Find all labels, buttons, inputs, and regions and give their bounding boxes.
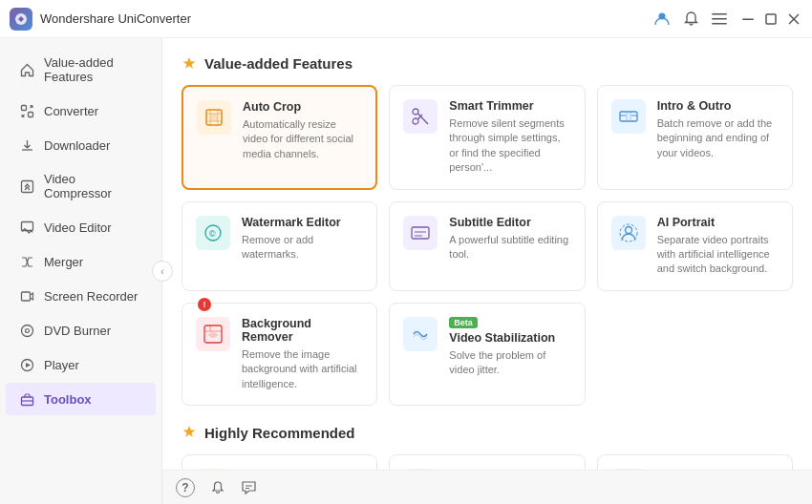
feature-card-video-stabilization[interactable]: Beta Video Stabilization Solve the probl… <box>389 303 585 406</box>
beta-badge: Beta <box>449 317 478 328</box>
toolbox-icon <box>19 391 34 407</box>
svg-point-21 <box>413 118 418 124</box>
sidebar-item-converter[interactable]: Converter <box>6 94 156 127</box>
recorder-icon <box>19 288 34 304</box>
ai-portrait-icon <box>611 216 646 250</box>
feature-card-intro-outro[interactable]: Intro & Outro Batch remove or add the be… <box>597 85 793 190</box>
intro-outro-desc: Batch remove or add the beginning and en… <box>657 116 779 160</box>
home-icon <box>19 62 34 77</box>
svg-rect-4 <box>712 23 727 25</box>
smart-trimmer-icon <box>403 99 438 134</box>
sidebar-compressor-label: Video Compressor <box>44 172 142 200</box>
sidebar-player-label: Player <box>44 358 79 372</box>
user-icon[interactable] <box>653 10 671 28</box>
sidebar-dvd-label: DVD Burner <box>44 324 111 338</box>
compressor-icon <box>19 178 34 194</box>
auto-crop-icon <box>197 100 231 135</box>
video-stabilization-icon <box>403 317 438 351</box>
auto-crop-desc: Automatically resize video for different… <box>243 117 362 161</box>
intro-outro-icon <box>611 99 646 134</box>
feature-card-smart-trimmer[interactable]: Smart Trimmer Remove silent segments thr… <box>389 85 585 190</box>
svg-rect-25 <box>412 227 429 239</box>
titlebar: Wondershare UniConverter <box>0 0 812 38</box>
highly-recommended-section-header: Highly Recommended <box>182 425 793 441</box>
auto-crop-text: Auto Crop Automatically resize video for… <box>243 100 362 161</box>
bottombar-bell-icon[interactable] <box>210 480 225 495</box>
svg-text:©: © <box>209 229 216 239</box>
menu-icon[interactable] <box>711 10 728 28</box>
value-added-grid: Auto Crop Automatically resize video for… <box>182 85 793 406</box>
intro-outro-text: Intro & Outro Batch remove or add the be… <box>657 99 779 160</box>
feedback-icon[interactable] <box>241 479 257 495</box>
svg-rect-13 <box>21 292 30 301</box>
sidebar-item-video-editor[interactable]: Video Editor <box>6 211 156 243</box>
watermark-icon: © <box>196 216 230 250</box>
smart-trimmer-title: Smart Trimmer <box>449 99 570 113</box>
minimize-button[interactable] <box>739 10 757 28</box>
sidebar-item-merger[interactable]: Merger <box>6 245 156 278</box>
feature-card-ai-portrait[interactable]: AI Portrait Separate video portraits wit… <box>597 201 793 291</box>
sidebar-item-video-compressor[interactable]: Video Compressor <box>6 163 156 209</box>
bg-remover-text: Background Remover Remove the image back… <box>242 317 363 391</box>
feature-card-watermark[interactable]: © Watermark Editor Remove or add waterma… <box>182 201 377 291</box>
bg-remover-title: Background Remover <box>242 317 363 344</box>
bg-remover-icon <box>196 317 230 351</box>
highly-recommended-title: Highly Recommended <box>204 425 355 441</box>
highly-recommended-grid: Image Converter Convert images to other … <box>182 454 793 470</box>
value-added-title: Value-added Features <box>204 55 353 72</box>
svg-point-14 <box>21 325 32 336</box>
feature-card-auto-crop[interactable]: Auto Crop Automatically resize video for… <box>182 85 377 190</box>
value-added-section-header: Value-added Features <box>182 55 793 72</box>
dvd-icon <box>19 323 34 338</box>
svg-point-20 <box>413 109 418 115</box>
subtitle-icon <box>403 216 438 250</box>
watermark-desc: Remove or add watermarks. <box>242 233 363 262</box>
highly-recommended-icon <box>182 425 197 440</box>
svg-rect-5 <box>742 18 754 20</box>
sidebar-merger-label: Merger <box>44 255 83 269</box>
sidebar-item-dvd-burner[interactable]: DVD Burner <box>6 314 156 346</box>
sidebar-editor-label: Video Editor <box>44 220 112 235</box>
app-logo <box>10 8 32 31</box>
help-icon[interactable]: ? <box>176 478 195 497</box>
video-stabilization-title: Video Stabilization <box>449 331 570 345</box>
maximize-button[interactable] <box>762 10 780 28</box>
sidebar-toolbox-label: Toolbox <box>44 392 92 407</box>
svg-rect-22 <box>620 112 637 121</box>
watermark-title: Watermark Editor <box>242 216 363 229</box>
notification-icon[interactable] <box>682 10 699 28</box>
subtitle-desc: A powerful subtitle editing tool. <box>449 233 570 262</box>
sidebar-item-home[interactable]: Value-added Features <box>6 47 156 93</box>
bottombar: ? <box>162 470 812 504</box>
player-icon <box>19 357 34 372</box>
subtitle-text: Subtitle Editor A powerful subtitle edit… <box>449 216 570 262</box>
sidebar-item-downloader[interactable]: Downloader <box>6 129 156 161</box>
intro-outro-title: Intro & Outro <box>657 99 779 113</box>
feature-card-bg-remover[interactable]: ! Background Remover Remove the image ba… <box>182 303 377 406</box>
converter-icon <box>19 103 34 118</box>
video-stabilization-desc: Solve the problem of video jitter. <box>449 348 570 378</box>
main-layout: Value-added Features Converter Downloade… <box>0 38 812 504</box>
sidebar-item-toolbox[interactable]: Toolbox <box>6 383 156 415</box>
svg-point-26 <box>625 226 631 233</box>
app-title: Wondershare UniConverter <box>40 11 653 26</box>
downloader-icon <box>19 137 34 153</box>
sidebar-recorder-label: Screen Recorder <box>44 289 138 304</box>
smart-trimmer-desc: Remove silent segments through simple se… <box>449 116 570 176</box>
merger-icon <box>19 254 34 269</box>
feature-card-subtitle[interactable]: Subtitle Editor A powerful subtitle edit… <box>389 201 585 291</box>
sidebar-collapse-button[interactable]: ‹ <box>152 261 173 282</box>
sidebar-converter-label: Converter <box>44 104 98 118</box>
sidebar-item-player[interactable]: Player <box>6 348 156 381</box>
svg-rect-12 <box>21 221 32 230</box>
sidebar: Value-added Features Converter Downloade… <box>0 38 162 504</box>
feature-card-gif-maker[interactable]: GIF GIF Maker Make GIF from videos or pi… <box>389 454 585 470</box>
content-area: Value-added Features Auto Crop Automatic… <box>162 38 812 470</box>
close-button[interactable] <box>785 10 802 28</box>
sidebar-item-screen-recorder[interactable]: Screen Recorder <box>6 280 156 312</box>
value-added-icon <box>182 56 197 72</box>
svg-rect-10 <box>28 112 32 116</box>
feature-card-fix-metadata[interactable]: Fix Media Metadata Auto-fix and edit met… <box>597 454 793 470</box>
bg-remover-desc: Remove the image background with artific… <box>242 347 363 391</box>
feature-card-image-converter[interactable]: Image Converter Convert images to other … <box>182 454 377 470</box>
